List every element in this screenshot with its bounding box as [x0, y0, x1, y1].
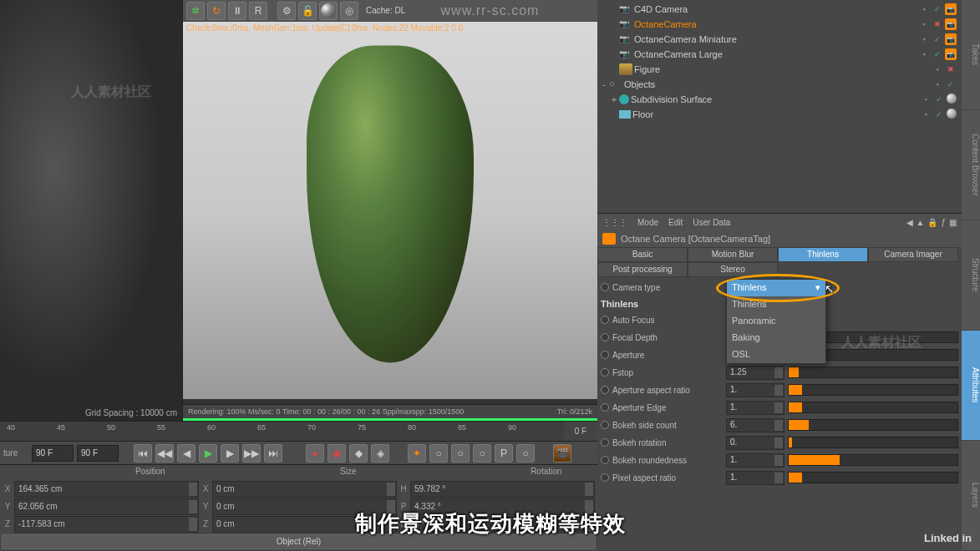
object-tag-lock[interactable]: ✖ [932, 18, 943, 30]
object-name[interactable]: Floor [632, 109, 920, 119]
object-tag-check[interactable] [932, 33, 943, 45]
object-row[interactable]: OctaneCamera Large [599, 47, 960, 62]
dropdown-opt-baking[interactable]: Baking [727, 330, 825, 346]
dropdown-opt-osl[interactable]: OSL [727, 346, 825, 363]
expand-icon[interactable]: + [609, 94, 619, 104]
object-name[interactable]: Figure [634, 64, 932, 74]
object-tag-cam[interactable] [945, 3, 957, 15]
pos-x-input[interactable]: 164.365 cm [14, 481, 199, 498]
prev-key-icon[interactable]: ◀◀ [155, 444, 174, 463]
material-preview-icon[interactable] [319, 2, 338, 20]
nav-back-icon[interactable]: ◀ [906, 218, 913, 227]
menu-mode[interactable]: Mode [637, 218, 658, 227]
start-frame-input[interactable] [32, 445, 74, 462]
object-tag-vis[interactable] [932, 63, 943, 75]
object-tag-cam[interactable] [945, 33, 957, 45]
object-tag-vis[interactable] [918, 48, 930, 60]
nav-up-icon[interactable]: ▲ [917, 218, 925, 227]
object-tag-sph[interactable] [947, 109, 957, 119]
param-slider[interactable] [788, 366, 958, 378]
object-row[interactable]: C4D Camera [599, 2, 960, 17]
nav-menu-icon[interactable]: ▦ [949, 218, 957, 227]
param-slider[interactable] [788, 384, 958, 396]
record-icon[interactable]: ● [306, 444, 324, 463]
object-tag-vis[interactable] [920, 109, 932, 120]
object-manager[interactable]: C4D CameraOctaneCamera✖OctaneCamera Mini… [597, 0, 962, 214]
attr-tab[interactable]: Basic [597, 247, 688, 262]
next-key-icon[interactable]: ▶▶ [242, 444, 261, 463]
object-name[interactable]: OctaneCamera [634, 19, 918, 29]
object-row[interactable]: OctaneCamera Miniature [599, 32, 960, 47]
attr-tab[interactable]: Post processing [597, 262, 688, 277]
object-tag-vis[interactable] [918, 33, 930, 45]
target-icon[interactable]: ◎ [340, 2, 358, 20]
pos-y-input[interactable]: 62.056 cm [14, 498, 199, 515]
object-tag-vis[interactable] [932, 78, 943, 90]
attr-tab[interactable]: Thinlens [778, 247, 868, 262]
param-input[interactable]: 1.25 [726, 366, 785, 380]
param-input[interactable]: 1. [726, 401, 785, 415]
render-canvas[interactable] [183, 22, 597, 399]
key-param-icon[interactable]: P [495, 444, 513, 463]
object-tag-cam[interactable] [945, 48, 957, 60]
attr-tab[interactable]: Stereo [688, 262, 778, 277]
attr-tab[interactable]: Motion Blur [688, 247, 778, 262]
attr-tab[interactable]: Camera Imager [868, 247, 958, 262]
param-input[interactable]: 1. [726, 471, 785, 485]
settings-icon[interactable]: ⚙ [277, 2, 296, 20]
rot-h-input[interactable]: 59.782 ° [410, 481, 595, 498]
expand-icon[interactable]: - [599, 79, 609, 89]
object-tag-check[interactable] [933, 94, 945, 105]
key-pla-icon[interactable]: ○ [516, 444, 535, 463]
goto-start-icon[interactable]: ⏮ [134, 444, 152, 463]
object-tag-vis[interactable] [920, 94, 932, 105]
object-row[interactable]: Floor [599, 107, 960, 122]
object-tag-sph[interactable] [947, 94, 957, 104]
key-pos-icon[interactable]: ○ [429, 444, 448, 463]
end-frame-input[interactable] [77, 445, 119, 462]
keyframe-icon[interactable]: ◆ [349, 444, 368, 463]
menu-userdata[interactable]: User Data [693, 218, 730, 227]
param-input[interactable]: 1. [726, 383, 785, 397]
object-tag-check[interactable] [932, 48, 943, 60]
object-row[interactable]: OctaneCamera✖ [599, 17, 960, 32]
object-name[interactable]: C4D Camera [634, 4, 918, 14]
param-input[interactable]: 6. [726, 418, 785, 432]
param-slider[interactable] [788, 402, 958, 413]
key-options-icon[interactable]: ◈ [371, 444, 389, 463]
param-slider[interactable] [788, 472, 958, 483]
param-slider[interactable] [788, 437, 958, 448]
pos-z-input[interactable]: -117.583 cm [14, 516, 199, 533]
camera-type-dropdown[interactable]: Thinlens▾ Thinlens Panoramic Baking OSL [726, 279, 826, 364]
object-tag-lock[interactable]: ✖ [945, 63, 957, 75]
object-row[interactable]: -Objects [599, 77, 960, 92]
param-slider[interactable] [788, 454, 958, 466]
key-mode-icon[interactable]: ✦ [408, 444, 426, 463]
side-tab[interactable]: Content Browser [962, 110, 980, 220]
side-tab[interactable]: Structure [962, 220, 980, 331]
goto-end-icon[interactable]: ⏭ [264, 444, 282, 463]
param-input[interactable]: 1. [726, 453, 785, 468]
menu-edit[interactable]: Edit [668, 218, 683, 227]
timeline-ruler[interactable]: 4045505560657075808590 [0, 422, 564, 441]
nav-func-icon[interactable]: ƒ [941, 218, 946, 227]
side-tab[interactable]: Attributes [962, 331, 980, 441]
param-slider[interactable] [788, 419, 958, 431]
pause-icon[interactable]: ⏸ [228, 2, 246, 20]
wireframe-viewport[interactable]: Grid Spacing : 10000 cm [0, 0, 183, 421]
nav-fwd-icon[interactable]: 🔒 [927, 218, 937, 227]
object-tag-check[interactable] [933, 109, 945, 120]
object-name[interactable]: OctaneCamera Large [634, 49, 918, 59]
key-rot-icon[interactable]: ○ [473, 444, 491, 463]
object-tag-vis[interactable] [918, 3, 930, 15]
size-x-input[interactable]: 0 cm [212, 481, 397, 498]
object-tag-cam[interactable] [945, 18, 957, 30]
prev-frame-icon[interactable]: ◀ [177, 444, 195, 463]
param-input[interactable]: 0. [726, 436, 785, 450]
dropdown-selected[interactable]: Thinlens▾ [727, 280, 825, 296]
dropdown-opt-thinlens[interactable]: Thinlens [727, 296, 825, 313]
object-row[interactable]: +Subdivision Surface [599, 92, 960, 107]
dropdown-opt-panoramic[interactable]: Panoramic [727, 313, 825, 330]
autokey-icon[interactable]: ◉ [328, 444, 346, 463]
object-name[interactable]: Subdivision Surface [631, 94, 920, 104]
